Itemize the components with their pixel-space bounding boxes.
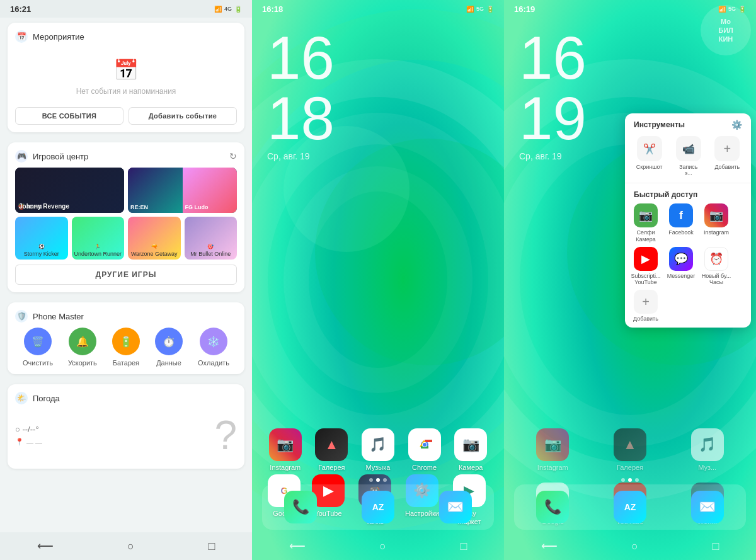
- pm-battery-icon: 🔋: [112, 328, 140, 355]
- popup-messenger[interactable]: 💬 Messenger: [665, 247, 697, 287]
- messenger-label: Messenger: [667, 273, 696, 280]
- pm-clean-label: Очистить: [23, 359, 53, 367]
- panel3-homescreen-popup: МоБИЛКИН 16:19 📶 5G 🔋 16 19 Ср, авг. 19 …: [504, 0, 756, 560]
- event-widget-header: 📅 Мероприятие: [15, 30, 237, 43]
- pm-data-icon: ⏱️: [155, 328, 183, 355]
- panel3-contacts-icon: AZ: [614, 491, 646, 523]
- phone-master-actions: 🗑️ Очистить 🔔 Ускорить 🔋 Батарея ⏱️: [15, 328, 237, 367]
- popup-instagram[interactable]: 📷 Instagram: [701, 203, 732, 243]
- panel3-back-button[interactable]: ⟵: [529, 534, 570, 558]
- panel3-page-dot-1[interactable]: [621, 478, 625, 482]
- page-dot-3[interactable]: [383, 478, 387, 482]
- refresh-icon[interactable]: ↻: [229, 151, 237, 161]
- game-grid-bottom: ⚽ Stormy Kicker 🏃 Undertown Runner 🔫 War…: [15, 217, 237, 260]
- other-games-button[interactable]: ДРУГИЕ ИГРЫ: [15, 265, 237, 285]
- app-gallery[interactable]: ▲ Галерея: [315, 428, 348, 472]
- phone-master-title: Phone Master: [33, 312, 84, 321]
- app-camera[interactable]: 📷 Камера: [454, 428, 487, 472]
- home-button[interactable]: ○: [115, 535, 147, 558]
- app-instagram[interactable]: 📷 Instagram: [269, 428, 302, 472]
- popup-screenshot[interactable]: ✂️ Скриншот: [636, 136, 663, 176]
- add-tool-icon: +: [714, 136, 740, 161]
- panel2-clock: 16 18 Ср, авг. 19: [252, 18, 504, 161]
- panel2-back-button[interactable]: ⟵: [277, 534, 318, 558]
- panel3-app-instagram[interactable]: 📷 Instagram: [536, 428, 569, 472]
- panel1-bottom-nav: ⟵ ○ □: [0, 532, 252, 560]
- panel2-statusbar: 16:18 📶 5G 🔋: [252, 0, 504, 18]
- add-event-button[interactable]: Добавить событие: [129, 107, 237, 125]
- screenshot-label: Скриншот: [636, 164, 663, 170]
- panel3-home-button[interactable]: ○: [619, 535, 651, 558]
- phone-master-widget: 🛡️ Phone Master 🗑️ Очистить 🔔 Ускорить 🔋: [8, 302, 244, 374]
- panel2-apps-row1: 📷 Instagram ▲ Галерея 🎵 Музыка: [252, 428, 504, 472]
- app-instagram-label: Instagram: [270, 464, 301, 472]
- page-dot-2[interactable]: [376, 478, 380, 482]
- popup-quick-items: 📷 Селфи Камера f Facebook 📷 Instagram ▶: [625, 203, 751, 328]
- panel3-dock-contacts[interactable]: AZ: [614, 491, 646, 523]
- pm-cool-icon: ❄️: [200, 328, 227, 355]
- game-stormy[interactable]: ⚽ Stormy Kicker: [15, 217, 68, 260]
- all-events-button[interactable]: ВСЕ СОБЫТИЯ: [15, 107, 123, 125]
- panel3-bottom-nav: ⟵ ○ □: [504, 532, 756, 560]
- game-center-icon: 🎮: [15, 150, 28, 163]
- panel3-recent-button[interactable]: □: [699, 535, 731, 558]
- panel3-dock-phone[interactable]: 📞: [536, 491, 569, 523]
- game-warzone[interactable]: 🔫 Warzone Getaway: [128, 217, 181, 260]
- popup-add-tool[interactable]: + Добавить: [714, 136, 740, 176]
- record-label: Запись э...: [675, 164, 702, 176]
- popup-youtube-sub[interactable]: ▶ Subscripti... YouTube: [630, 247, 662, 287]
- game-undertown[interactable]: 🏃 Undertown Runner: [72, 217, 125, 260]
- pm-data[interactable]: ⏱️ Данные: [155, 328, 183, 367]
- popup-record[interactable]: 📹 Запись э...: [675, 136, 702, 176]
- add-quick-label: Добавить: [633, 316, 658, 323]
- popup-facebook[interactable]: f Facebook: [665, 203, 697, 243]
- pm-boost[interactable]: 🔔 Ускорить: [68, 328, 97, 367]
- panel3-dock-messages[interactable]: ✉️: [691, 491, 724, 523]
- chrome-icon: [408, 428, 441, 461]
- popup-clock[interactable]: ⏰ Новый бу... Часы: [701, 247, 732, 287]
- popup-instagram-label: Instagram: [704, 229, 729, 236]
- weather-widget: 🌤️ Погода ○ --/--° 📍 — — ?: [8, 384, 244, 469]
- svg-point-10: [423, 443, 427, 447]
- game-mrbullet[interactable]: 🎯 Mr Bullet Online: [185, 217, 238, 260]
- popup-quick-title: Быстрый доступ: [634, 190, 697, 199]
- panel3-time: 16:19: [514, 4, 535, 14]
- pm-cool[interactable]: ❄️ Охладить: [198, 328, 229, 367]
- watermark-text: МоБИЛКИН: [718, 17, 733, 44]
- dock-messages[interactable]: ✉️: [439, 491, 472, 523]
- app-music[interactable]: 🎵 Музыка: [362, 428, 394, 472]
- popup-gear-icon[interactable]: ⚙️: [731, 120, 742, 130]
- panel3-app-gallery[interactable]: ▲ Галерея: [614, 428, 646, 472]
- popup-add-quick[interactable]: + Добавить: [630, 290, 662, 323]
- youtube-sub-icon: ▶: [634, 247, 658, 271]
- panel1-time: 16:21: [10, 4, 31, 14]
- page-dot-1[interactable]: [369, 478, 373, 482]
- game-johnny[interactable]: 👹 JOHN Johnny Revenge: [15, 168, 124, 213]
- popup-instagram-icon: 📷: [704, 203, 728, 227]
- game-mrbullet-label: Mr Bullet Online: [190, 251, 231, 257]
- facebook-label: Facebook: [668, 229, 694, 236]
- panel3-gallery-icon: ▲: [614, 428, 646, 461]
- panel2-home-button[interactable]: ○: [367, 535, 399, 558]
- screenshot-icon: ✂️: [637, 136, 662, 161]
- panel2-recent-button[interactable]: □: [447, 535, 479, 558]
- game-warzone-label: Warzone Getaway: [131, 251, 178, 257]
- dock-phone[interactable]: 📞: [284, 491, 317, 523]
- game-reen[interactable]: RE:EN FG Ludo: [128, 168, 237, 213]
- panel3-instagram-label: Instagram: [537, 464, 568, 472]
- recent-button[interactable]: □: [195, 535, 227, 558]
- back-button[interactable]: ⟵: [25, 534, 66, 558]
- panel3-page-dot-2[interactable]: [628, 478, 632, 482]
- pm-clean[interactable]: 🗑️ Очистить: [23, 328, 53, 367]
- event-empty: 📅 Нет события и напоминания: [15, 48, 237, 101]
- panel3-page-dot-3[interactable]: [635, 478, 639, 482]
- popup-selfie[interactable]: 📷 Селфи Камера: [630, 203, 662, 243]
- pm-boost-label: Ускорить: [68, 359, 97, 367]
- event-widget-icon: 📅: [15, 30, 28, 43]
- pm-battery[interactable]: 🔋 Батарея: [112, 328, 140, 367]
- dock-contacts[interactable]: AZ: [362, 491, 394, 523]
- app-chrome[interactable]: Chrome: [408, 428, 441, 472]
- panel3-app-music[interactable]: 🎵 Муз...: [691, 428, 724, 472]
- panel3-music-icon: 🎵: [691, 428, 724, 461]
- phone-master-icon: 🛡️: [15, 310, 28, 323]
